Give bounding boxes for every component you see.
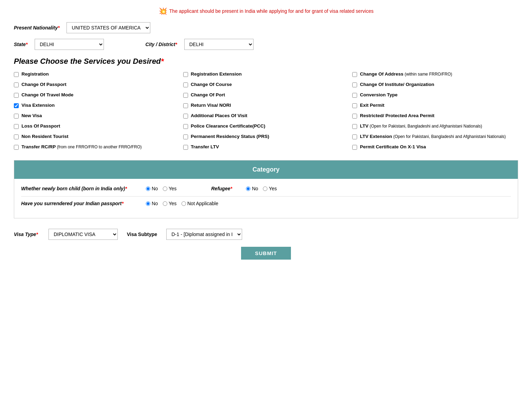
refugee-yes-label[interactable]: Yes [263,186,277,191]
newborn-no-radio[interactable] [146,186,150,191]
service-item-conversion-type: Conversion Type [352,92,518,98]
notice-bar: 💥 The applicant should be present in Ind… [14,7,518,15]
category-section: Category Whether newly born child (born … [14,160,518,218]
service-label-pcc[interactable]: Police Clearance Certificate(PCC) [191,123,265,129]
service-label-transfer-ltv[interactable]: Transfer LTV [191,144,219,149]
service-checkbox-non-resident-tourist[interactable] [14,134,19,139]
refugee-yes-radio[interactable] [263,186,267,191]
nationality-label: Present Nationality* [14,25,60,31]
service-checkbox-loss-of-passport[interactable] [14,124,19,129]
visa-type-label: Visa Type* [14,232,42,237]
service-checkbox-pcc[interactable] [183,124,188,129]
visa-subtype-label: Visa Subtype [125,232,159,237]
service-label-conversion-type[interactable]: Conversion Type [360,92,398,97]
service-checkbox-transfer-ltv[interactable] [183,145,188,150]
service-item-prs: Permanent Residency Status (PRS) [183,134,349,139]
service-label-change-of-passport[interactable]: Change Of Passport [21,82,66,87]
service-label-return-visa-nori[interactable]: Return Visa/ NORI [191,103,231,108]
service-checkbox-exit-permit[interactable] [352,103,357,108]
surrendered-no-radio[interactable] [146,201,150,206]
service-checkbox-permit-certificate-x1[interactable] [352,145,357,150]
state-select[interactable]: DELHI MUMBAI CHENNAI [35,39,104,50]
newborn-yes-label[interactable]: Yes [163,186,177,191]
service-checkbox-change-of-travel-mode[interactable] [14,93,19,98]
service-label-exit-permit[interactable]: Exit Permit [360,103,384,108]
service-label-change-of-travel-mode[interactable]: Change Of Travel Mode [21,92,73,97]
service-checkbox-registration[interactable] [14,72,19,77]
city-label: City / District* [145,42,177,47]
service-label-ltv-extension[interactable]: LTV Extension (Open for Pakistani, Bangl… [360,134,506,139]
service-label-change-of-port[interactable]: Change Of Port [191,92,225,97]
service-checkbox-change-of-port[interactable] [183,93,188,98]
surrendered-na-label[interactable]: Not Applicable [181,201,219,206]
service-label-new-visa[interactable]: New Visa [21,113,42,118]
service-label-additional-places[interactable]: Additional Places Of Visit [191,113,247,118]
refugee-radio-group: No Yes [246,186,277,191]
service-checkbox-conversion-type[interactable] [352,93,357,98]
surrendered-yes-label[interactable]: Yes [163,201,177,206]
service-checkbox-visa-extension[interactable] [14,103,19,108]
service-item-transfer-rc-rp: Transfer RC/RP (from one FRRO/FRO to ano… [14,144,180,150]
surrendered-yes-radio[interactable] [163,201,167,206]
service-checkbox-registration-extension[interactable] [183,72,188,77]
service-checkbox-restricted-area-permit[interactable] [352,114,357,119]
service-checkbox-additional-places[interactable] [183,114,188,119]
service-checkbox-ltv[interactable] [352,124,357,129]
service-item-registration: Registration [14,71,180,77]
service-label-visa-extension[interactable]: Visa Extension [21,103,55,108]
service-checkbox-ltv-extension[interactable] [352,134,357,139]
surrendered-na-radio[interactable] [181,201,186,206]
services-title: Please Choose the Services you Desired* [14,57,518,66]
service-label-change-of-institute[interactable]: Change Of Institute/ Organization [360,82,434,87]
service-label-permit-certificate-x1[interactable]: Permit Certificate On X-1 Visa [360,144,426,149]
visa-type-select[interactable]: DIPLOMATIC VISA TOURIST VISA BUSINESS VI… [48,229,118,240]
service-item-permit-certificate-x1: Permit Certificate On X-1 Visa [352,144,518,150]
service-label-change-of-address[interactable]: Change Of Address (within same FRRO/FRO) [360,71,452,77]
visa-type-row: Visa Type* DIPLOMATIC VISA TOURIST VISA … [14,229,518,240]
surrendered-no-label[interactable]: No [146,201,158,206]
nationality-row: Present Nationality* UNITED STATES OF AM… [14,22,518,33]
service-checkbox-new-visa[interactable] [14,114,19,119]
service-checkbox-prs[interactable] [183,134,188,139]
service-checkbox-change-of-institute[interactable] [352,82,357,87]
service-label-change-of-course[interactable]: Change Of Course [191,82,232,87]
service-label-loss-of-passport[interactable]: Loss Of Passport [21,123,60,129]
submit-button[interactable]: SUBMIT [241,247,291,260]
state-city-row: State* DELHI MUMBAI CHENNAI City / Distr… [14,39,518,50]
service-label-prs[interactable]: Permanent Residency Status (PRS) [191,134,269,139]
city-select[interactable]: DELHI NEW DELHI SOUTH DELHI [184,39,254,50]
refugee-no-label[interactable]: No [246,186,258,191]
service-label-non-resident-tourist[interactable]: Non Resident Tourist [21,134,69,139]
service-item-additional-places: Additional Places Of Visit [183,113,349,119]
newborn-question: Whether newly born child (born in India … [21,186,139,191]
service-item-return-visa-nori: Return Visa/ NORI [183,103,349,108]
service-item-change-of-course: Change Of Course [183,82,349,87]
service-label-restricted-area-permit[interactable]: Restricted/ Protected Area Permit [360,113,434,118]
service-item-new-visa: New Visa [14,113,180,119]
service-item-restricted-area-permit: Restricted/ Protected Area Permit [352,113,518,119]
service-checkbox-return-visa-nori[interactable] [183,103,188,108]
state-label: State* [14,42,28,47]
service-item-visa-extension: Visa Extension [14,103,180,108]
service-checkbox-change-of-address[interactable] [352,72,357,77]
nationality-select[interactable]: UNITED STATES OF AMERICA UNITED KINGDOM … [66,22,150,33]
surrendered-question: Have you surrendered your Indian passpor… [21,201,139,206]
service-checkbox-transfer-rc-rp[interactable] [14,145,19,150]
service-label-registration[interactable]: Registration [21,71,49,77]
service-checkbox-change-of-course[interactable] [183,82,188,87]
category-body: Whether newly born child (born in India … [14,179,518,218]
refugee-no-radio[interactable] [246,186,250,191]
service-item-change-of-port: Change Of Port [183,92,349,98]
refugee-label: Refugee* [211,186,232,191]
service-item-registration-extension: Registration Extension [183,71,349,77]
newborn-no-label[interactable]: No [146,186,158,191]
service-label-registration-extension[interactable]: Registration Extension [191,71,242,77]
service-checkbox-change-of-passport[interactable] [14,82,19,87]
services-grid: RegistrationRegistration ExtensionChange… [14,71,518,150]
service-label-ltv[interactable]: LTV (Open for Pakistani, Bangladeshi and… [360,123,482,129]
visa-subtype-select[interactable]: D-1 - [Diplomat assigned in I D-2 D-3 [166,229,242,240]
service-item-non-resident-tourist: Non Resident Tourist [14,134,180,139]
surrendered-radio-group: No Yes Not Applicable [146,201,218,206]
service-label-transfer-rc-rp[interactable]: Transfer RC/RP (from one FRRO/FRO to ano… [21,144,142,149]
newborn-yes-radio[interactable] [163,186,167,191]
